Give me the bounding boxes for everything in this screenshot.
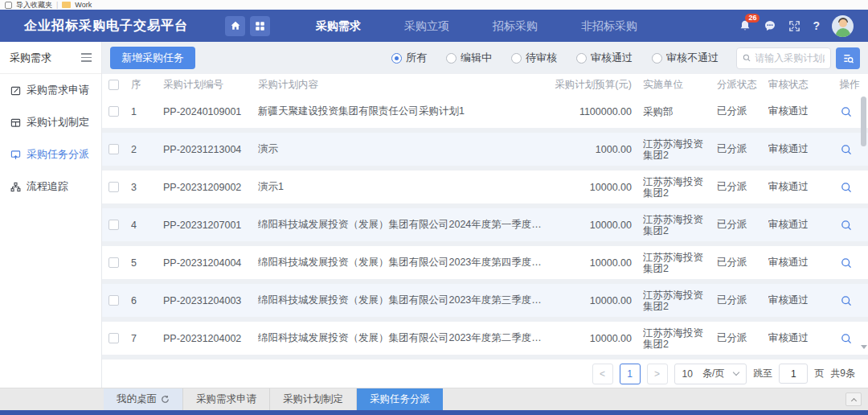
scrollbar-thumb[interactable] [861, 97, 866, 146]
nav-item-procurement-demand[interactable]: 采购需求 [294, 10, 383, 42]
bookmarks-folder-label[interactable]: Work [75, 1, 92, 9]
bottom-tab-bar: 我的桌面 采购需求申请 采购计划制定 采购任务分派 [0, 388, 868, 410]
app-header: 企业招标采购电子交易平台 采购需求 采购立项 招标采购 非招标采购 26 [0, 10, 868, 42]
table-row[interactable]: 1 PP-20240109001 新疆天聚建设投资集团有限责任公司采购计划1 1… [102, 95, 868, 128]
avatar-face [839, 19, 847, 27]
sidebar-collapse-icon[interactable] [81, 53, 92, 61]
row-assign-status: 已分派 [717, 142, 768, 156]
prev-page-button[interactable]: < [592, 364, 613, 384]
row-assign-status: 已分派 [717, 294, 768, 307]
row-budget: 10000.00 [551, 257, 643, 269]
avatar[interactable] [832, 15, 854, 37]
advanced-search-button[interactable] [836, 47, 860, 69]
jump-unit: 页 [814, 367, 824, 380]
row-plan-code: PP-20231209002 [163, 182, 258, 193]
row-budget: 10000.00 [551, 333, 643, 344]
row-plan-content: 绵阳科技城发展投资（发展）集团有限公司2023年度第三季度采购 [258, 294, 551, 307]
table-row[interactable]: 4 PP-20231207001 绵阳科技城发展投资（发展）集团有限公司2024… [102, 208, 868, 241]
table-row[interactable]: 2 PP-20231213004 演示 1000.00 江苏苏海投资集团2 已分… [102, 133, 868, 166]
table-icon [10, 117, 21, 128]
filter-approved[interactable]: 审核通过 [576, 51, 633, 65]
row-seq: 4 [131, 220, 163, 231]
magnifier-icon [841, 257, 852, 269]
tab-demand-apply[interactable]: 采购需求申请 [183, 388, 270, 410]
chevron-down-icon [733, 369, 739, 376]
table-row[interactable]: 3 PP-20231209002 演示1 10000.00 江苏苏海投资集团2 … [102, 171, 868, 203]
pagination: < 1 > 10 条/页 跳至 页 共9条 [102, 360, 868, 388]
help-icon[interactable]: ? [813, 19, 820, 32]
table-header-row: 序 采购计划编号 采购计划内容 采购计划预算(元) 实施单位 分派状态 审核状态… [102, 74, 868, 95]
home-icon[interactable] [225, 16, 245, 36]
filter-editing[interactable]: 编辑中 [446, 51, 492, 65]
search-icon [743, 53, 751, 63]
assign-icon [10, 150, 21, 160]
sidebar-item-plan-make[interactable]: 采购计划制定 [0, 106, 101, 138]
tab-task-assign[interactable]: 采购任务分派 [357, 388, 443, 410]
row-plan-code: PP-20240109001 [163, 106, 258, 117]
add-task-button[interactable]: 新增采购任务 [110, 47, 195, 69]
filter-all[interactable]: 所有 [391, 51, 427, 65]
nav-item-non-bidding-procurement[interactable]: 非招标采购 [559, 10, 659, 42]
table-scrollbar[interactable] [861, 95, 867, 349]
refresh-icon [161, 395, 170, 404]
jump-page-input[interactable] [779, 364, 808, 384]
row-unit: 江苏苏海投资集团2 [643, 176, 717, 199]
tab-plan-make[interactable]: 采购计划制定 [270, 388, 357, 410]
jump-label: 跳至 [753, 367, 772, 380]
radio-icon [391, 53, 402, 64]
import-favorites-label[interactable]: 导入收藏夹 [16, 0, 52, 10]
page-size-select[interactable]: 10 条/页 [674, 364, 747, 384]
row-checkbox[interactable] [108, 106, 119, 117]
scrollbar-down-arrow[interactable] [861, 345, 867, 349]
chat-icon[interactable] [764, 19, 776, 32]
row-plan-content: 演示1 [258, 180, 551, 194]
row-checkbox[interactable] [108, 333, 119, 343]
page-size-unit: 条/页 [702, 367, 724, 380]
collapse-bar-button[interactable] [845, 392, 862, 406]
filter-pending-review[interactable]: 待审核 [511, 51, 557, 65]
nav-item-bidding-procurement[interactable]: 招标采购 [471, 10, 559, 42]
row-checkbox[interactable] [108, 257, 119, 268]
row-budget: 10000.00 [551, 295, 643, 306]
row-unit: 江苏苏海投资集团2 [643, 138, 717, 161]
row-unit: 江苏苏海投资集团2 [643, 214, 717, 236]
row-seq: 2 [131, 144, 163, 155]
row-seq: 1 [131, 106, 163, 117]
table-row[interactable]: 6 PP-20231204003 绵阳科技城发展投资（发展）集团有限公司2023… [102, 284, 868, 317]
row-checkbox[interactable] [108, 295, 119, 306]
table-row[interactable]: 5 PP-20231204004 绵阳科技城发展投资（发展）集团有限公司2023… [102, 246, 868, 279]
row-seq: 7 [131, 333, 163, 344]
row-checkbox[interactable] [108, 182, 119, 192]
current-page-button[interactable]: 1 [620, 364, 641, 384]
filter-label: 待审核 [526, 51, 557, 65]
table-row[interactable]: 7 PP-20231204002 绵阳科技城发展投资（发展）集团有限公司2023… [102, 322, 868, 355]
radio-icon [446, 53, 457, 64]
sidebar-item-demand-apply[interactable]: 采购需求申请 [0, 74, 101, 106]
row-checkbox[interactable] [108, 220, 119, 230]
sidebar-item-task-assign[interactable]: 采购任务分派 [0, 138, 101, 171]
next-page-button[interactable]: > [647, 364, 668, 384]
magnifier-icon [841, 333, 852, 344]
nav-item-procurement-initiation[interactable]: 采购立项 [383, 10, 471, 42]
row-plan-content: 新疆天聚建设投资集团有限责任公司采购计划1 [258, 105, 551, 118]
bell-icon[interactable]: 26 [739, 19, 751, 32]
row-assign-status: 已分派 [717, 256, 768, 269]
sidebar-title: 采购需求 [10, 51, 51, 65]
filter-rejected[interactable]: 审核不通过 [652, 51, 719, 65]
app-title: 企业招标采购电子交易平台 [24, 18, 188, 35]
search-input[interactable] [755, 52, 825, 64]
total-count: 共9条 [830, 367, 855, 380]
sidebar-item-process-track[interactable]: 流程追踪 [0, 171, 101, 203]
col-header-assign: 分派状态 [717, 78, 768, 92]
tab-my-desktop[interactable]: 我的桌面 [104, 388, 183, 410]
apps-grid-icon[interactable] [250, 16, 270, 36]
flow-icon [10, 182, 21, 192]
row-assign-status: 已分派 [717, 218, 768, 232]
search-field[interactable] [736, 47, 831, 69]
radio-icon [511, 53, 522, 64]
row-checkbox[interactable] [108, 144, 119, 154]
fullscreen-icon[interactable] [788, 20, 800, 32]
row-plan-content: 绵阳科技城发展投资（发展）集团有限公司2024年度第一季度采购 [258, 218, 551, 232]
row-assign-status: 已分派 [717, 105, 768, 118]
select-all-checkbox[interactable] [108, 80, 119, 90]
